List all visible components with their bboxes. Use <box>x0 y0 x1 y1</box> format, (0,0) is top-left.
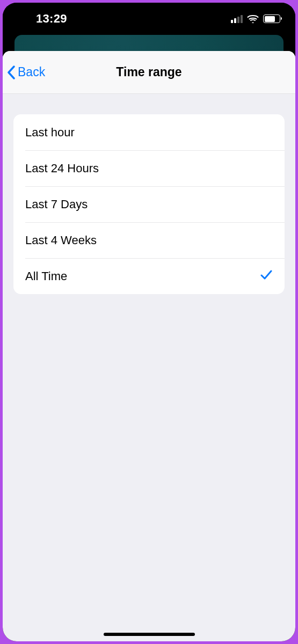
option-label: Last 7 Days <box>25 197 88 211</box>
option-label: Last 4 Weeks <box>25 233 97 247</box>
chevron-left-icon <box>7 65 16 79</box>
device-frame: 13:29 Back <box>3 3 295 641</box>
status-bar: 13:29 <box>3 3 295 35</box>
option-last-4-weeks[interactable]: Last 4 Weeks <box>13 222 285 258</box>
options-group: Last hour Last 24 Hours Last 7 Days Last… <box>13 114 285 294</box>
navigation-bar: Back Time range <box>3 51 295 94</box>
back-label: Back <box>18 65 45 79</box>
status-icons <box>231 14 280 23</box>
cellular-signal-icon <box>231 14 243 23</box>
option-all-time[interactable]: All Time <box>13 258 285 294</box>
option-last-7-days[interactable]: Last 7 Days <box>13 186 285 222</box>
option-last-24-hours[interactable]: Last 24 Hours <box>13 150 285 186</box>
option-label: Last 24 Hours <box>25 162 99 175</box>
checkmark-icon <box>260 268 273 284</box>
back-button[interactable]: Back <box>7 65 45 79</box>
wifi-icon <box>247 14 259 23</box>
page-title: Time range <box>116 65 181 79</box>
status-time: 13:29 <box>14 12 67 26</box>
battery-icon <box>263 14 280 23</box>
option-label: Last hour <box>25 126 75 140</box>
content-area: Last hour Last 24 Hours Last 7 Days Last… <box>3 94 295 314</box>
modal-sheet: Back Time range Last hour Last 24 Hours … <box>3 51 295 641</box>
option-label: All Time <box>25 269 67 283</box>
option-last-hour[interactable]: Last hour <box>13 114 285 150</box>
home-indicator[interactable] <box>104 633 195 636</box>
background-app-strip <box>14 35 284 51</box>
